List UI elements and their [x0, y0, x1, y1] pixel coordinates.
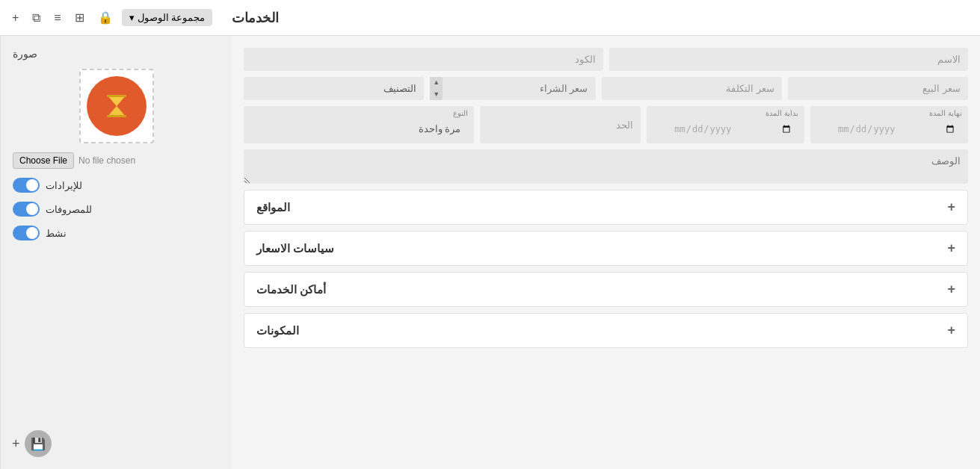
start-date-label: بداية المدة [653, 109, 798, 117]
image-label: صورة [13, 48, 37, 60]
section-service-locations-title: أماكن الخدمات [256, 283, 326, 296]
section-components: المكونات + [244, 313, 968, 348]
type-select[interactable]: مرة واحدة [250, 117, 468, 140]
group-btn-arrow: ▾ [129, 12, 135, 23]
description-textarea[interactable] [244, 149, 968, 184]
topbar: الخدمات مجموعة الوصول ▾ 🔒 ⊞ ≡ ⧉ + [0, 0, 980, 36]
active-label: نشط [46, 228, 67, 239]
price-arrows: ▲ ▼ [430, 77, 443, 100]
svg-marker-2 [108, 106, 126, 117]
hourglass-icon [87, 76, 147, 136]
row-description [244, 149, 968, 184]
choose-file-button[interactable]: Choose File [13, 152, 74, 169]
section-service-locations-header[interactable]: أماكن الخدمات + [244, 273, 967, 306]
category-select[interactable]: التصنيف [244, 77, 424, 100]
price-down-arrow[interactable]: ▼ [430, 89, 443, 101]
revenue-toggle-row: للإيرادات [13, 178, 220, 193]
main-layout: صورة No file chosen Choose File للإيرادا… [0, 36, 980, 469]
section-pricing: سياسات الاسعار + [244, 231, 968, 266]
revenue-toggle[interactable] [13, 178, 40, 193]
section-components-header[interactable]: المكونات + [244, 314, 967, 347]
end-date-label: نهاية المدة [816, 109, 962, 117]
copy-icon-btn[interactable]: ⧉ [28, 8, 45, 28]
grid-icon-btn[interactable]: ⊞ [70, 7, 89, 28]
section-pricing-title: سياسات الاسعار [256, 242, 334, 255]
image-container [79, 69, 154, 143]
active-toggle-row: نشط [13, 226, 220, 240]
group-btn-label: مجموعة الوصول [138, 12, 206, 23]
row-type-limit-dates: نهاية المدة بداية المدة النوع مرة واحدة [244, 106, 968, 143]
section-components-title: المكونات [256, 324, 299, 338]
section-pricing-header[interactable]: سياسات الاسعار + [244, 232, 967, 265]
revenue-label: للإيرادات [46, 180, 82, 191]
svg-rect-3 [107, 95, 126, 97]
code-input[interactable] [244, 48, 603, 71]
price-up-arrow[interactable]: ▲ [430, 77, 443, 89]
lock-icon-btn[interactable]: 🔒 [93, 7, 117, 28]
no-file-text: No file chosen [78, 155, 135, 166]
file-input-row: No file chosen Choose File [13, 152, 220, 169]
section-pricing-plus[interactable]: + [947, 240, 955, 256]
section-locations-title: المواقع [256, 201, 290, 214]
limit-input[interactable] [480, 106, 641, 143]
end-date-input[interactable] [816, 117, 962, 140]
purchase-price-wrapper: ▲ ▼ [430, 77, 595, 100]
selling-price-input[interactable] [788, 77, 968, 100]
section-components-plus[interactable]: + [947, 323, 955, 338]
type-wrapper: النوع مرة واحدة [244, 106, 474, 143]
right-sidebar: صورة No file chosen Choose File للإيرادا… [0, 36, 232, 469]
end-date-wrapper: نهاية المدة [810, 106, 968, 143]
start-date-wrapper: بداية المدة [647, 106, 804, 143]
add-icon-btn[interactable]: + [7, 8, 23, 28]
name-input[interactable] [609, 48, 969, 71]
purchase-price-input[interactable] [443, 77, 595, 100]
svg-rect-4 [107, 115, 126, 117]
section-service-locations: أماكن الخدمات + [244, 272, 968, 307]
content-area: ▲ ▼ التصنيف نهاية المدة بداية المدة النو… [232, 36, 980, 469]
section-service-locations-plus[interactable]: + [947, 282, 955, 297]
expenses-toggle-row: للمصروفات [13, 202, 220, 217]
section-locations: المواقع + [244, 190, 968, 225]
active-toggle[interactable] [13, 226, 40, 240]
expenses-label: للمصروفات [46, 204, 92, 215]
group-access-button[interactable]: مجموعة الوصول ▾ [122, 9, 213, 26]
section-locations-header[interactable]: المواقع + [244, 190, 967, 224]
expenses-toggle[interactable] [13, 202, 40, 217]
row-name-code [244, 48, 968, 71]
cost-price-input[interactable] [602, 77, 782, 100]
page-title: الخدمات [217, 10, 279, 26]
type-label: النوع [250, 109, 468, 117]
start-date-input[interactable] [653, 117, 798, 140]
section-locations-plus[interactable]: + [947, 199, 955, 215]
list-icon-btn[interactable]: ≡ [49, 8, 65, 28]
svg-marker-1 [108, 96, 126, 106]
row-prices-category: ▲ ▼ التصنيف [244, 77, 968, 100]
